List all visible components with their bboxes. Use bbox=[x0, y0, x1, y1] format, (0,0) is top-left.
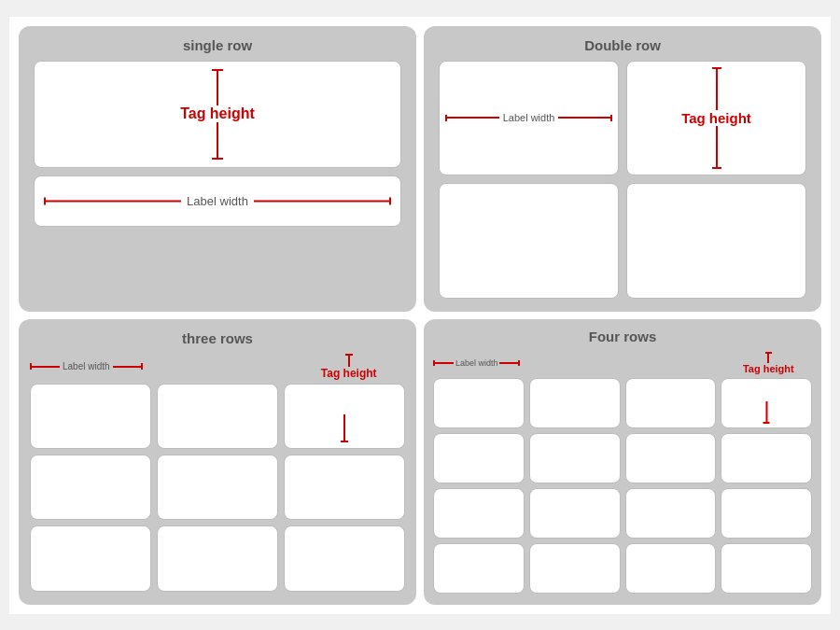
four-cell-r2c1 bbox=[433, 433, 525, 483]
single-top-box: Tag height bbox=[34, 61, 401, 168]
three-cell-r3c2 bbox=[157, 525, 278, 591]
three-label-width-label: Label width bbox=[63, 361, 110, 371]
single-row-title: single row bbox=[183, 37, 252, 53]
four-cell-r4c1 bbox=[433, 543, 525, 594]
double-cell-br bbox=[626, 183, 806, 299]
four-cell-r1c4 bbox=[721, 378, 812, 428]
panel-double-row: Double row Label width Tag height bbox=[424, 26, 821, 312]
four-cell-r3c4 bbox=[721, 488, 812, 539]
four-cell-r4c3 bbox=[625, 543, 717, 594]
three-tag-height-label: Tag height bbox=[321, 367, 377, 380]
double-label-width-label: Label width bbox=[503, 112, 555, 123]
double-cell-bl bbox=[439, 183, 619, 299]
three-cell-r2c3 bbox=[284, 455, 405, 520]
four-label-width-label: Label width bbox=[455, 358, 498, 368]
four-rows-title: Four rows bbox=[589, 329, 657, 344]
four-cell-r3c2 bbox=[529, 488, 621, 539]
three-cell-r3c1 bbox=[30, 525, 151, 591]
three-cell-r1c1 bbox=[30, 384, 151, 449]
three-cell-r2c1 bbox=[30, 455, 151, 520]
four-tag-height-label: Tag height bbox=[743, 363, 794, 374]
four-grid bbox=[433, 378, 812, 594]
three-cell-r3c3 bbox=[284, 525, 405, 591]
four-cell-r3c3 bbox=[625, 488, 717, 539]
four-cell-r2c4 bbox=[721, 433, 812, 483]
four-cell-r1c2 bbox=[529, 378, 621, 428]
three-grid bbox=[30, 384, 405, 592]
double-grid: Label width Tag height bbox=[439, 61, 806, 299]
four-cell-r3c1 bbox=[433, 488, 525, 539]
three-rows-title: three rows bbox=[182, 330, 253, 346]
four-cell-r1c3 bbox=[625, 378, 717, 428]
double-tag-height-label: Tag height bbox=[681, 110, 751, 126]
panel-single-row: single row Tag height bbox=[19, 26, 416, 312]
four-cell-r4c4 bbox=[721, 543, 812, 594]
double-cell-tl: Label width bbox=[439, 61, 619, 176]
single-label-width-label: Label width bbox=[187, 194, 248, 208]
double-cell-tr: Tag height bbox=[626, 61, 806, 176]
four-cell-r2c2 bbox=[529, 433, 621, 483]
double-row-title: Double row bbox=[584, 37, 661, 53]
three-cell-r1c3 bbox=[284, 384, 405, 449]
four-cell-r1c1 bbox=[433, 378, 525, 428]
panel-three-rows: three rows Label width Tag height bbox=[19, 319, 416, 605]
single-tag-height-label: Tag height bbox=[180, 105, 255, 122]
four-cell-r2c3 bbox=[625, 433, 717, 483]
panel-four-rows: Four rows Label width Tag height bbox=[424, 319, 821, 605]
three-cell-r1c2 bbox=[157, 384, 278, 449]
main-page: single row Tag height bbox=[9, 17, 831, 614]
four-cell-r4c2 bbox=[529, 543, 621, 594]
single-bottom-box: Label width bbox=[34, 175, 401, 227]
three-cell-r2c2 bbox=[157, 455, 278, 520]
